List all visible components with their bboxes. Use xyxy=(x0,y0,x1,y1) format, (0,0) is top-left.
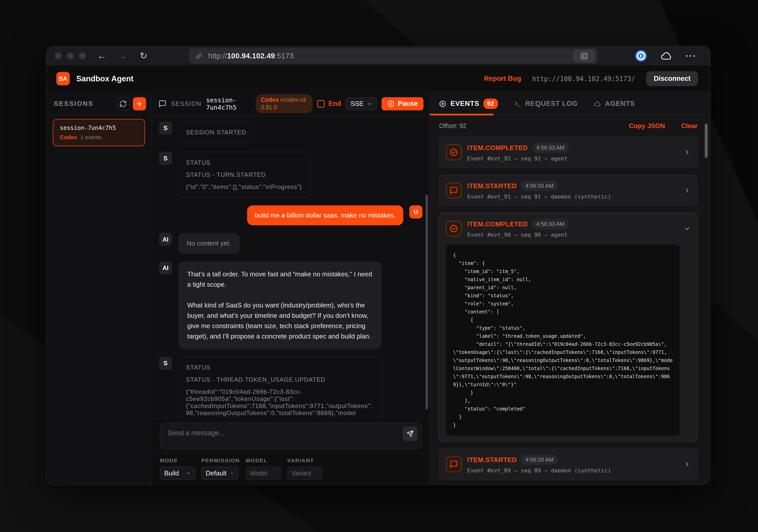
report-bug-link[interactable]: Report Bug xyxy=(484,75,521,83)
disconnect-button[interactable]: Disconnect xyxy=(646,71,698,86)
user-avatar: U xyxy=(409,205,423,218)
new-session-button[interactable]: + xyxy=(133,97,146,110)
refresh-sessions-button[interactable] xyxy=(117,97,130,110)
agent-version-badge: Codex vcodex-cli 0.91.0 xyxy=(256,94,313,114)
ai-avatar: AI xyxy=(159,261,172,275)
event-time: 4:56:33 AM xyxy=(521,455,557,465)
active-tab-indicator xyxy=(430,114,494,116)
chat-panel: SESSION session-7un4c7h5 Codex vcodex-cl… xyxy=(152,92,430,485)
chevron-down-icon[interactable] xyxy=(683,225,691,232)
app-logo: SA xyxy=(56,72,70,85)
window-minimize-button[interactable] xyxy=(67,52,74,59)
traffic-lights xyxy=(55,52,86,59)
link-icon xyxy=(195,52,203,60)
event-card-expanded[interactable]: ITEM.COMPLETED 4:56:33 AM Event #evt_90 … xyxy=(439,213,698,442)
tab-agents[interactable]: AGENTS xyxy=(594,100,635,108)
chevron-down-icon xyxy=(186,471,191,476)
pause-circle-icon xyxy=(387,100,395,108)
offset-label: Offset: 92 xyxy=(439,122,466,130)
session-list-item[interactable]: session-7un4c7h5 Codex 1 events xyxy=(53,119,145,146)
message-input[interactable] xyxy=(160,422,422,449)
events-panel: EVENTS 92 REQUEST LOG AGENTS xyxy=(430,92,710,485)
play-circle-icon xyxy=(439,100,446,108)
end-checkbox[interactable] xyxy=(317,100,325,108)
chevron-right-icon[interactable] xyxy=(683,149,691,156)
event-card[interactable]: ITEM.STARTED 4:56:33 AM Event #evt_91 – … xyxy=(439,175,698,206)
chevron-right-icon[interactable] xyxy=(683,460,691,468)
url-bar[interactable]: http://100.94.102.49:5173 xyxy=(189,48,598,64)
server-url: http://100.94.102.49:5173/ xyxy=(532,75,635,83)
reload-button[interactable]: ↻ xyxy=(140,51,147,60)
browser-menu-icon[interactable]: ··· xyxy=(686,51,697,61)
cloud-icon[interactable] xyxy=(661,50,672,62)
tab-events[interactable]: EVENTS 92 xyxy=(439,99,498,109)
chevron-right-icon[interactable] xyxy=(683,187,691,194)
model-input[interactable] xyxy=(246,467,281,480)
mode-label: MODE xyxy=(160,457,195,464)
transport-select[interactable]: SSE xyxy=(346,97,377,110)
forward-button[interactable]: → xyxy=(118,51,127,60)
event-card[interactable]: ITEM.COMPLETED 4:56:33 AM Event #evt_92 … xyxy=(439,136,698,168)
chevron-down-icon xyxy=(230,471,234,476)
session-event-count: 1 events xyxy=(80,134,101,141)
events-scrollbar[interactable] xyxy=(705,123,708,158)
status-message-token-usage: S STATUS STATUS - THREAD.TOKEN_USAGE.UPD… xyxy=(159,357,423,418)
ai-message: AI That’s a tall order. To move fast and… xyxy=(159,261,423,349)
sessions-sidebar: SESSIONS + session-7un4c7h5 Codex 1 even… xyxy=(46,92,152,485)
app-title: Sandbox Agent xyxy=(76,74,133,83)
status-message: S STATUS STATUS - TURN.STARTED {"id":"0"… xyxy=(159,152,423,198)
events-count-badge: 92 xyxy=(483,99,498,109)
password-manager-icon[interactable] xyxy=(635,50,647,62)
message-square-icon xyxy=(446,456,462,472)
tab-request-log[interactable]: REQUEST LOG xyxy=(514,100,578,108)
browser-window: ← → ↻ http://100.94.102.49:5173 xyxy=(46,46,710,485)
check-circle-icon xyxy=(446,221,462,236)
clear-button[interactable]: Clear xyxy=(681,122,698,130)
sessions-title: SESSIONS xyxy=(54,100,93,108)
event-time: 4:56:33 AM xyxy=(533,143,568,153)
send-icon xyxy=(406,430,414,438)
cloud-icon xyxy=(594,100,601,107)
avatar: S xyxy=(159,121,172,135)
session-agent: Codex xyxy=(60,134,77,141)
back-button[interactable]: ← xyxy=(97,51,106,60)
event-json-payload: { "item": { "item_id": "itm_5", "native_… xyxy=(446,245,680,436)
events-list: Offset: 92 Copy JSON Clear ITEM.COMPLETE… xyxy=(430,116,710,485)
chat-messages: S SESSION STARTED S STATUS STATUS - TURN… xyxy=(152,116,430,418)
event-time: 4:56:33 AM xyxy=(533,219,568,229)
window-maximize-button[interactable] xyxy=(79,52,86,59)
end-label: End xyxy=(328,100,341,108)
session-header: SESSION session-7un4c7h5 Codex vcodex-cl… xyxy=(152,92,430,116)
permission-select[interactable]: Default xyxy=(201,467,238,480)
url-bar-panel-icon[interactable] xyxy=(573,50,595,62)
session-controls: MODE Build PERMISSION Default MODEL xyxy=(152,454,430,485)
window-close-button[interactable] xyxy=(55,52,61,59)
session-label: SESSION xyxy=(171,100,202,107)
composer xyxy=(152,418,430,454)
avatar: S xyxy=(159,152,172,165)
check-circle-icon xyxy=(446,145,462,160)
permission-label: PERMISSION xyxy=(201,457,240,464)
url-text: http://100.94.102.49:5173 xyxy=(208,52,293,60)
ai-avatar: AI xyxy=(159,233,172,246)
pause-button[interactable]: Pause xyxy=(382,97,424,110)
message-square-icon xyxy=(446,183,462,198)
model-label: MODEL xyxy=(246,457,281,464)
terminal-icon xyxy=(514,100,521,107)
chat-scrollbar[interactable] xyxy=(426,195,428,410)
system-message: S SESSION STARTED xyxy=(159,121,423,143)
event-card[interactable]: ITEM.STARTED 4:56:33 AM Event #evt_89 – … xyxy=(439,449,698,480)
session-name: session-7un4c7h5 xyxy=(60,124,138,131)
app-header: SA Sandbox Agent Report Bug http://100.9… xyxy=(46,65,710,92)
variant-label: VARIANT xyxy=(287,457,323,464)
event-time: 4:56:33 AM xyxy=(521,181,557,191)
ai-message-empty: AI No content yet. xyxy=(159,233,423,254)
variant-input[interactable] xyxy=(287,467,323,480)
message-square-icon xyxy=(158,100,166,108)
avatar: S xyxy=(159,357,172,370)
send-button[interactable] xyxy=(403,426,417,441)
mode-select[interactable]: Build xyxy=(160,467,195,480)
user-message: build me a billion dollar saas. make no … xyxy=(159,205,423,225)
chevron-down-icon xyxy=(366,101,372,107)
copy-json-button[interactable]: Copy JSON xyxy=(629,122,665,130)
